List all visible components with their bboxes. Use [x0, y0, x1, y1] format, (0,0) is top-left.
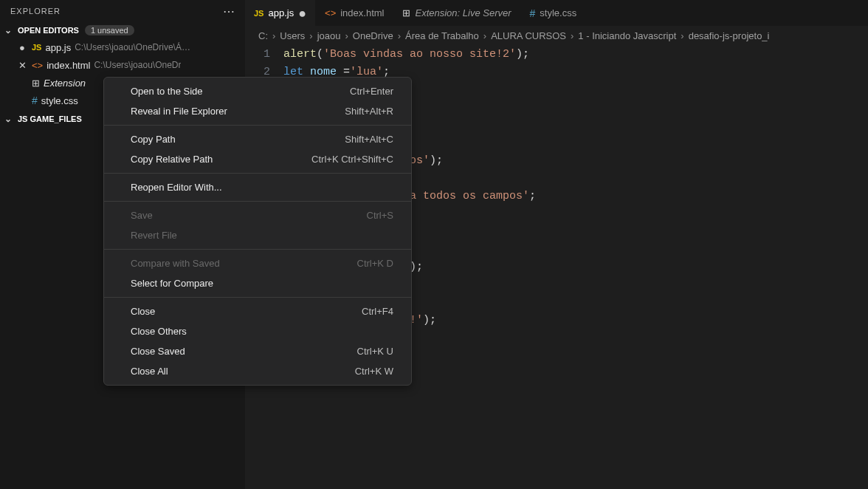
menu-item[interactable]: Close SavedCtrl+K U [104, 341, 411, 361]
breadcrumb-item[interactable]: Users [280, 30, 305, 41]
menu-item-label: Compare with Saved [131, 258, 220, 269]
menu-item[interactable]: Close Others [104, 321, 411, 341]
file-name: Extension [44, 78, 86, 89]
unsaved-badge: 1 unsaved [85, 25, 134, 35]
breadcrumb-separator-icon: › [483, 30, 486, 41]
menu-item-label: Save [131, 210, 153, 221]
breadcrumb-separator-icon: › [398, 30, 401, 41]
editor-tab[interactable]: #style.css [521, 0, 587, 26]
menu-item-label: Reveal in File Explorer [131, 106, 227, 117]
menu-item: SaveCtrl+S [104, 205, 411, 225]
menu-item[interactable]: Copy Relative PathCtrl+K Ctrl+Shift+C [104, 149, 411, 169]
open-editors-header[interactable]: ⌄ OPEN EDITORS 1 unsaved [0, 22, 245, 38]
menu-separator [104, 201, 411, 202]
menu-item-shortcut: Shift+Alt+C [345, 134, 393, 145]
menu-item-shortcut: Ctrl+F4 [362, 306, 393, 317]
more-actions-icon[interactable]: ⋯ [223, 4, 235, 18]
breadcrumb-item[interactable]: joaou [317, 30, 341, 41]
breadcrumb-item[interactable]: OneDrive [353, 30, 393, 41]
chevron-down-icon: ⌄ [4, 114, 15, 124]
file-type-icon: JS [32, 43, 41, 52]
close-icon[interactable]: ✕ [16, 60, 28, 71]
breadcrumb-separator-icon: › [272, 30, 275, 41]
tab-label: app.js [268, 7, 294, 18]
breadcrumb[interactable]: C:›Users›joaou›OneDrive›Área de Trabalho… [245, 26, 868, 46]
menu-item-label: Reopen Editor With... [131, 182, 222, 193]
menu-item-label: Close [131, 306, 155, 317]
breadcrumb-item[interactable]: desafio-js-projeto_i [689, 30, 770, 41]
tab-label: style.css [540, 7, 576, 18]
file-type-icon: # [32, 95, 38, 106]
file-name: app.js [45, 42, 71, 53]
tab-bar: JSapp.js●<>index.html⊞Extension: Live Se… [245, 0, 868, 26]
file-type-icon: # [530, 7, 536, 19]
menu-separator [104, 249, 411, 250]
breadcrumb-item[interactable]: C: [258, 30, 268, 41]
breadcrumb-item[interactable]: 1 - Iniciando Javascript [578, 30, 676, 41]
open-editor-item[interactable]: ✕<>index.htmlC:\Users\joaou\OneDr [0, 56, 245, 74]
file-path: C:\Users\joaou\OneDrive\Á… [75, 42, 190, 52]
menu-item[interactable]: Reopen Editor With... [104, 177, 411, 197]
menu-separator [104, 125, 411, 126]
file-type-icon: JS [254, 9, 264, 18]
editor-tab[interactable]: JSapp.js● [245, 0, 316, 26]
menu-item-label: Copy Relative Path [131, 154, 213, 165]
breadcrumb-item[interactable]: ALURA CURSOS [491, 30, 566, 41]
menu-item-label: Close Others [131, 326, 187, 337]
menu-item-label: Close Saved [131, 346, 185, 357]
menu-item-label: Open to the Side [131, 86, 203, 97]
menu-item[interactable]: Reveal in File ExplorerShift+Alt+R [104, 101, 411, 121]
menu-item: Compare with SavedCtrl+K D [104, 253, 411, 273]
file-type-icon: <> [325, 7, 336, 18]
editor-tab[interactable]: <>index.html [316, 0, 393, 26]
file-type-icon: ⊞ [32, 78, 40, 89]
open-editor-item[interactable]: ●JSapp.jsC:\Users\joaou\OneDrive\Á… [0, 38, 245, 56]
menu-separator [104, 173, 411, 174]
breadcrumb-separator-icon: › [345, 30, 348, 41]
menu-item: Revert File [104, 225, 411, 245]
file-type-icon: <> [32, 60, 43, 71]
menu-item-shortcut: Shift+Alt+R [345, 106, 393, 117]
menu-item-shortcut: Ctrl+Enter [350, 86, 393, 97]
menu-item-shortcut: Ctrl+K W [355, 366, 393, 377]
menu-item-label: Close All [131, 366, 168, 377]
menu-item[interactable]: CloseCtrl+F4 [104, 301, 411, 321]
file-name: index.html [46, 60, 90, 71]
menu-item-shortcut: Ctrl+K Ctrl+Shift+C [311, 154, 393, 165]
menu-item[interactable]: Select for Compare [104, 273, 411, 293]
breadcrumb-separator-icon: › [681, 30, 683, 41]
explorer-title: EXPLORER [10, 7, 61, 16]
file-name: style.css [41, 95, 78, 106]
menu-item[interactable]: Copy PathShift+Alt+C [104, 129, 411, 149]
chevron-down-icon: ⌄ [4, 25, 15, 35]
menu-item-label: Select for Compare [131, 278, 213, 289]
editor-tab[interactable]: ⊞Extension: Live Server [393, 0, 520, 26]
menu-item[interactable]: Open to the SideCtrl+Enter [104, 81, 411, 101]
breadcrumb-separator-icon: › [309, 30, 312, 41]
menu-item-label: Revert File [131, 230, 177, 241]
dirty-indicator-icon: ● [298, 10, 306, 17]
tab-label: Extension: Live Server [415, 7, 511, 18]
menu-item-shortcut: Ctrl+K D [357, 258, 393, 269]
menu-item-shortcut: Ctrl+S [367, 210, 393, 221]
open-editors-label: OPEN EDITORS [18, 26, 79, 35]
menu-item-shortcut: Ctrl+K U [357, 346, 393, 357]
tab-label: index.html [340, 7, 384, 18]
folder-label: JS GAME_FILES [18, 114, 82, 123]
menu-item[interactable]: Close AllCtrl+K W [104, 361, 411, 381]
dirty-indicator-icon[interactable]: ● [16, 42, 28, 53]
context-menu[interactable]: Open to the SideCtrl+EnterReveal in File… [103, 77, 412, 386]
file-path: C:\Users\joaou\OneDr [94, 60, 181, 70]
menu-item-label: Copy Path [131, 134, 176, 145]
menu-separator [104, 297, 411, 298]
file-type-icon: ⊞ [402, 7, 410, 18]
breadcrumb-separator-icon: › [571, 30, 574, 41]
breadcrumb-item[interactable]: Área de Trabalho [405, 30, 479, 41]
